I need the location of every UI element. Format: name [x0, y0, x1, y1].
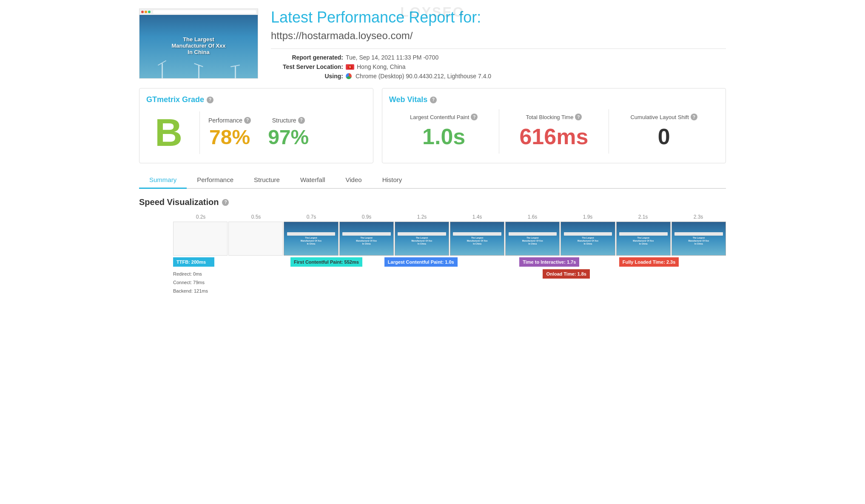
speed-visualization-section: Speed Visualization ? 0.2s 0.5s 0.7s 0.9… — [139, 197, 726, 313]
tab-video[interactable]: Video — [336, 172, 372, 189]
vitals-content: Largest Contentful Paint ? 1.0s Total Bl… — [389, 109, 719, 154]
thumbnail-line2: Manufacturer Of Xxx — [171, 43, 225, 49]
tab-waterfall[interactable]: Waterfall — [290, 172, 336, 189]
gtmetrix-grade-title: GTmetrix Grade ? — [146, 95, 366, 104]
cls-help-icon[interactable]: ? — [691, 114, 697, 120]
timeline-label-4: 1.2s — [394, 214, 450, 220]
tti-bar: Time to Interactive: 1.7s — [519, 257, 579, 267]
lcp-bar: Largest Contentful Paint: 1.0s — [384, 257, 458, 267]
timeline-label-3: 0.9s — [339, 214, 394, 220]
fcp-bar: First Contentful Paint: 552ms — [290, 257, 362, 267]
tabs-section: Summary Performance Structure Waterfall … — [139, 172, 726, 189]
lcp-vital: Largest Contentful Paint ? 1.0s — [389, 109, 499, 154]
grade-divider — [199, 111, 200, 154]
meta-generated: Report generated: Tue, Sep 14, 2021 11:3… — [271, 54, 726, 61]
header-section: The Largest Manufacturer Of Xxx In China — [139, 9, 726, 80]
thumbnail-line3: In China — [171, 49, 225, 55]
meta-using-value: Chrome (Desktop) 90.0.4430.212, Lighthou… — [356, 73, 491, 80]
thumbnail-line1: The Largest — [171, 36, 225, 43]
gtmetrix-grade-card: GTmetrix Grade ? B Performance ? 78% — [139, 88, 373, 163]
frame-site-6: The LargestManufacturer Of XxxIn China — [561, 222, 615, 256]
frame-blank-1 — [173, 222, 228, 256]
flt-bar: Fully Loaded Time: 2.3s — [619, 257, 679, 267]
connect-detail: Connect: 79ms — [173, 279, 208, 287]
grade-letter: B — [146, 109, 191, 156]
timeline-label-5: 1.4s — [450, 214, 505, 220]
lcp-help-icon[interactable]: ? — [471, 114, 478, 120]
tbt-value: 616ms — [506, 124, 603, 149]
timeline-label-9: 2.3s — [671, 214, 726, 220]
meta-server: Test Server Location: 🇭🇰 Hong Kong, Chin… — [271, 63, 726, 70]
site-thumbnail: The Largest Manufacturer Of Xxx In China — [139, 9, 258, 79]
speed-viz-help-icon[interactable]: ? — [222, 199, 229, 206]
structure-label: Structure ? — [268, 117, 309, 124]
meta-generated-label: Report generated: — [271, 54, 343, 61]
speed-viz-title: Speed Visualization ? — [139, 197, 726, 207]
meta-using: Using: Chrome (Desktop) 90.0.4430.212, L… — [271, 73, 726, 80]
tbt-vital: Total Blocking Time ? 616ms — [499, 109, 609, 154]
performance-help-icon[interactable]: ? — [244, 117, 251, 124]
ttfb-details: Redirect: 0ms Connect: 79ms Backend: 121… — [173, 270, 208, 295]
ttfb-bar: TTFB: 200ms — [173, 257, 214, 267]
frame-site-4: The LargestManufacturer Of XxxIn China — [450, 222, 504, 256]
flag-icon: 🇭🇰 — [346, 64, 354, 70]
frame-site-3: The LargestManufacturer Of XxxIn China — [395, 222, 449, 256]
structure-value: 97% — [268, 125, 309, 149]
frame-site-5: The LargestManufacturer Of XxxIn China — [505, 222, 560, 256]
timeline-label-6: 1.6s — [505, 214, 560, 220]
backend-detail: Backend: 121ms — [173, 287, 208, 296]
performance-metric: Performance ? 78% — [208, 117, 251, 149]
timeline-label-0: 0.2s — [173, 214, 228, 220]
tab-structure[interactable]: Structure — [244, 172, 290, 189]
frame-site-7: The LargestManufacturer Of XxxIn China — [616, 222, 671, 256]
structure-help-icon[interactable]: ? — [298, 117, 305, 124]
grades-section: GTmetrix Grade ? B Performance ? 78% — [139, 88, 726, 163]
grade-content: B Performance ? 78% Structure ? — [146, 109, 366, 156]
meta-using-label: Using: — [271, 73, 343, 80]
timeline-label-7: 1.9s — [560, 214, 615, 220]
tbt-help-icon[interactable]: ? — [575, 114, 582, 120]
meta-generated-value: Tue, Sep 14, 2021 11:33 PM -0700 — [346, 54, 438, 61]
tab-performance[interactable]: Performance — [187, 172, 244, 189]
onload-bar: Onload Time: 1.8s — [543, 269, 590, 279]
gtmetrix-help-icon[interactable]: ? — [207, 97, 213, 103]
timeline-label-8: 2.1s — [615, 214, 671, 220]
tab-summary[interactable]: Summary — [139, 172, 187, 189]
lcp-value: 1.0s — [396, 124, 492, 149]
performance-value: 78% — [208, 125, 251, 149]
web-vitals-card: Web Vitals ? Largest Contentful Paint ? … — [382, 88, 726, 163]
report-url: https://hostarmada.loyseo.com/ — [271, 30, 726, 42]
cls-vital: Cumulative Layout Shift ? 0 — [609, 109, 719, 154]
tbt-label: Total Blocking Time ? — [506, 114, 603, 120]
frame-site-8: The LargestManufacturer Of XxxIn China — [672, 222, 726, 256]
grade-metrics: Performance ? 78% Structure ? 97% — [208, 117, 309, 149]
chrome-icon — [346, 73, 352, 79]
timeline-label-1: 0.5s — [228, 214, 284, 220]
frame-site-1: The LargestManufacturer Of XxxIn China — [284, 222, 338, 256]
timeline-bars: TTFB: 200ms First Contentful Paint: 552m… — [139, 257, 726, 313]
lcp-label: Largest Contentful Paint ? — [396, 114, 492, 120]
timeline-container: 0.2s 0.5s 0.7s 0.9s 1.2s 1.4s 1.6s 1.9s … — [139, 214, 726, 313]
frame-site-2: The LargestManufacturer Of XxxIn China — [339, 222, 394, 256]
web-vitals-help-icon[interactable]: ? — [430, 97, 437, 103]
report-meta: Report generated: Tue, Sep 14, 2021 11:3… — [271, 54, 726, 80]
performance-label: Performance ? — [208, 117, 251, 124]
report-title: Latest Performance Report for: — [271, 9, 726, 26]
header-info: Latest Performance Report for: https://h… — [271, 9, 726, 80]
meta-server-value: Hong Kong, China — [357, 63, 405, 70]
redirect-detail: Redirect: 0ms — [173, 270, 208, 279]
meta-server-label: Test Server Location: — [271, 63, 343, 70]
tabs: Summary Performance Structure Waterfall … — [139, 172, 726, 188]
timeline-label-2: 0.7s — [284, 214, 339, 220]
web-vitals-title: Web Vitals ? — [389, 95, 719, 104]
cls-label: Cumulative Layout Shift ? — [615, 114, 712, 120]
cls-value: 0 — [615, 124, 712, 149]
frame-blank-2 — [228, 222, 283, 256]
structure-metric: Structure ? 97% — [268, 117, 309, 149]
tab-history[interactable]: History — [372, 172, 413, 189]
frames-row: The LargestManufacturer Of XxxIn China T… — [139, 222, 726, 256]
